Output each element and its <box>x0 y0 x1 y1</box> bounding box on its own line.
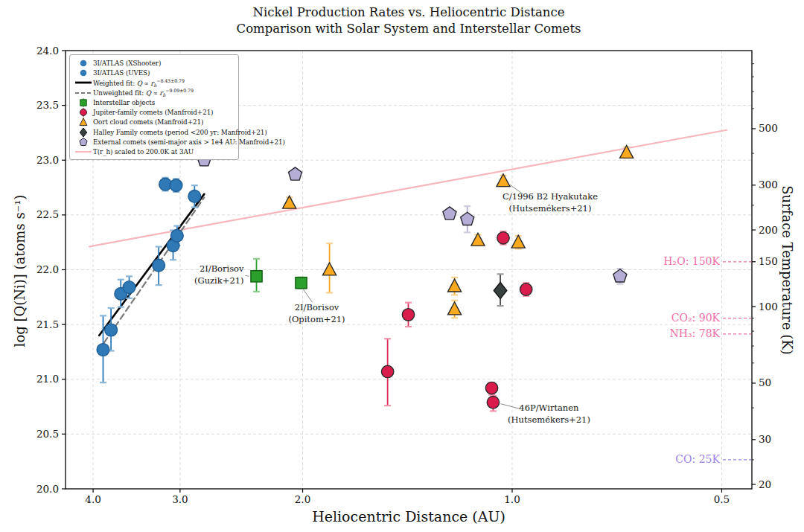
annotation-label: 46P/Wirtanen(Hutsemékers+21) <box>508 402 590 426</box>
data-point-marker <box>170 179 182 192</box>
sublimation-label-CO2: CO₂: 90K <box>671 312 721 324</box>
data-point-marker <box>443 207 456 219</box>
weighted-fit-line <box>99 194 204 336</box>
sublimation-label-CO: CO: 25K <box>675 453 720 465</box>
legend-label-segment: −9.09±0.79 <box>165 88 194 93</box>
x-tick-label: 3.0 <box>172 493 188 505</box>
legend-item: 3I/ATLAS (UVES) <box>74 68 234 77</box>
legend-label-segment: 3I/ATLAS (UVES) <box>93 69 150 77</box>
y-axis-label: log [Q(Ni)] (atoms s⁻¹) <box>12 159 30 382</box>
data-point-marker <box>170 229 183 242</box>
legend-label-segment: T(r_h) scaled to 200.0K at 3AU <box>93 148 194 156</box>
legend-marker-glyph <box>80 128 87 137</box>
annotation-line: C/1996 B2 Hyakutake <box>502 190 598 202</box>
annotation-leader <box>304 289 313 302</box>
sublimation-label-NH3: NH₃: 78K <box>669 327 720 339</box>
data-point-marker <box>497 232 509 244</box>
data-point-marker <box>448 279 462 292</box>
x-tick-label: 4.0 <box>85 493 100 505</box>
y-right-tick-label: 150 <box>759 255 778 267</box>
annotation-label: C/1996 B2 Hyakutake(Hutsemékers+21) <box>502 190 598 214</box>
legend-marker-cell <box>74 127 93 138</box>
x-tick-label: 1.0 <box>504 493 520 505</box>
legend-marker-glyph <box>80 138 87 146</box>
legend-marker-cell <box>74 68 93 78</box>
legend-label-segment: 3I/ATLAS (XShooter) <box>93 60 161 67</box>
legend-label-segment: ∝ <box>151 89 159 97</box>
y-right-tick-label: 100 <box>759 301 778 313</box>
data-point-marker <box>296 278 307 289</box>
y-right-tick-label: 200 <box>759 224 778 236</box>
y-left-tick-label: 22.5 <box>36 208 59 220</box>
legend-marker-cell <box>74 97 93 108</box>
annotation-line: 2I/Borisov <box>194 263 244 275</box>
legend-item-label: 3I/ATLAS (UVES) <box>93 69 150 77</box>
x-axis-label: Heliocentric Distance (AU) <box>7 508 804 525</box>
legend-marker-glyph <box>80 70 87 77</box>
legend-marker-triangle <box>74 117 93 127</box>
legend-marker-cell <box>74 58 93 68</box>
series-interstellar-objects <box>251 259 307 292</box>
legend-item-label: Interstellar objects <box>93 99 155 106</box>
x-tick-label: 0.5 <box>714 493 730 505</box>
annotation-line: (Hutsemékers+21) <box>508 414 590 426</box>
sublimation-label-H2O: H₂O: 150K <box>663 255 720 267</box>
legend-marker-circle <box>74 107 93 118</box>
legend-label-segment: ∝ <box>142 79 150 86</box>
legend-marker-pink-line <box>74 147 93 157</box>
legend-item-label: Unweighted fit: Q ∝ rh−9.09±0.79 <box>93 88 194 97</box>
legend-marker-square <box>74 97 93 108</box>
data-point-marker <box>497 174 510 187</box>
data-point-marker <box>448 302 462 315</box>
legend-marker-dot <box>74 58 93 68</box>
annotation-line: 2I/Borisov <box>288 301 345 313</box>
legend-marker-solid-line <box>74 77 93 88</box>
legend-item-label: T(r_h) scaled to 200.0K at 3AU <box>93 148 194 156</box>
annotation-label: 2I/Borisov(Guzik+21) <box>194 263 244 286</box>
y-left-tick-label: 23.0 <box>36 154 59 166</box>
y-right-tick-label: 300 <box>759 179 778 190</box>
data-point-marker <box>613 269 627 282</box>
data-point-marker <box>153 259 165 272</box>
legend-label-segment: Weighted fit: <box>93 79 137 86</box>
series-jupiter-family-comets-manfroid-21- <box>381 231 532 411</box>
y-left-tick-label: 20.0 <box>36 483 59 495</box>
data-point-marker <box>123 281 135 294</box>
legend-item-label: Weighted fit: Q ∝ rh−8.43±0.79 <box>93 78 185 88</box>
legend-item: T(r_h) scaled to 200.0K at 3AU <box>74 147 234 157</box>
annotation-line: 46P/Wirtanen <box>508 402 590 414</box>
series-halley-family-comets-period-200-yr-manfroid-21- <box>494 274 507 306</box>
y-left-tick-label: 21.5 <box>36 318 59 330</box>
data-point-marker <box>289 167 302 180</box>
legend-item-label: External comets (semi-major axis > 1e4 A… <box>93 138 285 146</box>
data-point-marker <box>105 324 118 336</box>
data-point-marker <box>381 365 393 377</box>
legend-marker-cell <box>74 117 93 127</box>
y-left-tick-label: 24.0 <box>36 45 59 57</box>
annotation-line: (Hutsemékers+21) <box>502 202 598 214</box>
legend: 3I/ATLAS (XShooter)3I/ATLAS (UVES)Weight… <box>69 54 239 160</box>
data-point-marker <box>471 233 485 246</box>
legend-label-segment: External comets (semi-major axis > 1e4 A… <box>93 138 285 146</box>
chart-canvas: Nickel Production Rates vs. Heliocentric… <box>0 0 804 532</box>
annotation-line: (Guzik+21) <box>194 275 244 286</box>
legend-label-segment: −8.43±0.79 <box>156 78 185 83</box>
y-left-tick-label: 23.5 <box>36 99 59 111</box>
legend-marker-cell <box>74 137 93 147</box>
y-right-tick-label: 500 <box>759 122 778 134</box>
legend-marker-diamond <box>74 127 93 138</box>
y-right-tick-label: 30 <box>759 433 771 445</box>
legend-item: Oort cloud comets (Manfroid+21) <box>74 118 234 127</box>
legend-label-segment: Halley Family comets (period <200 yr: Ma… <box>93 129 267 136</box>
y-right-tick-label: 20 <box>759 478 771 490</box>
data-point-marker <box>188 190 201 202</box>
legend-label-segment: Interstellar objects <box>93 99 155 106</box>
legend-marker-dot <box>74 68 93 78</box>
series-external-comets-semi-major-axis-1e4-au-manfroid-21- <box>197 153 627 284</box>
legend-item: Interstellar objects <box>74 97 234 107</box>
data-point-marker <box>283 196 296 208</box>
data-point-marker <box>461 212 474 225</box>
legend-marker-cell <box>74 147 93 157</box>
data-point-marker <box>520 283 532 295</box>
legend-marker-cell <box>74 77 93 88</box>
